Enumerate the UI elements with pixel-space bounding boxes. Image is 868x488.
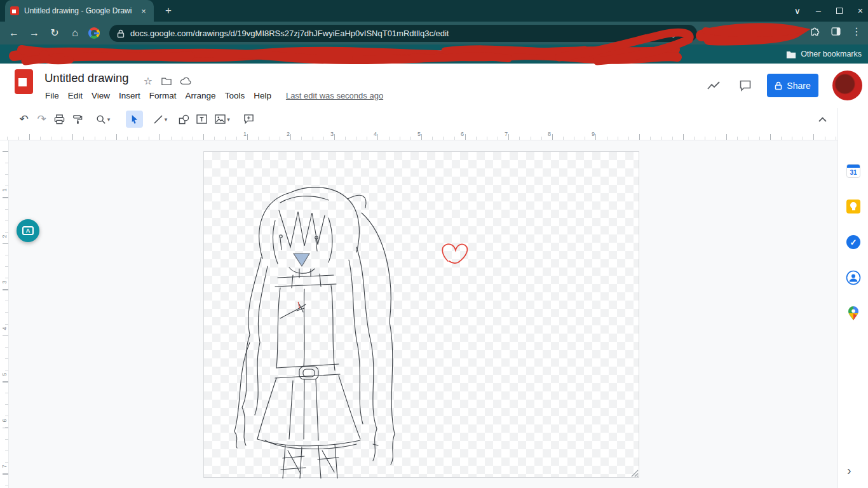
calendar-day-label: 31 (850, 168, 857, 177)
floating-accessibility-badge[interactable]: A (17, 219, 39, 242)
vruler-number: 6 (1, 416, 8, 425)
undo-button[interactable]: ↶ (15, 111, 32, 128)
side-panel-rail: 31 ✓ › (837, 108, 868, 488)
share-button-label: Share (787, 81, 810, 91)
drawings-favicon-icon (10, 6, 19, 15)
text-box-button[interactable] (193, 111, 210, 128)
canvas-resize-handle[interactable] (630, 469, 639, 477)
bookmark-star-icon[interactable]: ☆ (681, 28, 689, 39)
vruler-number: 1 (1, 186, 8, 194)
back-icon[interactable]: ← (6, 25, 22, 41)
window-chevron-icon[interactable]: ∨ (794, 6, 801, 16)
line-dropdown-icon: ▾ (165, 116, 168, 123)
menu-edit[interactable]: Edit (64, 89, 87, 102)
vertical-ruler: 1 2 3 4 5 6 7 (0, 140, 9, 488)
shape-tool-button[interactable] (175, 111, 193, 128)
extensions-puzzle-icon[interactable] (810, 26, 820, 37)
drawing-toolbar: ↶ ↷ ▾ ▾ (0, 108, 837, 130)
document-status-cloud-icon[interactable] (179, 74, 192, 87)
close-icon[interactable]: × (858, 6, 863, 16)
maps-app-icon[interactable] (845, 305, 862, 322)
paint-format-button[interactable] (69, 111, 86, 128)
insert-image-button[interactable]: ▾ (210, 111, 235, 128)
expand-side-panel-chevron-icon[interactable]: › (847, 463, 851, 478)
address-bar: ← → ↻ ⌂ docs.google.com/drawings/d/19vgM… (0, 22, 868, 44)
menu-tools[interactable]: Tools (220, 89, 250, 102)
screen: Untitled drawing - Google Drawi × + ∨ – … (0, 0, 868, 488)
share-page-icon[interactable] (666, 29, 675, 38)
insert-comment-button[interactable] (240, 111, 257, 128)
hruler-number: 5 (417, 131, 421, 137)
redo-button[interactable]: ↷ (33, 111, 50, 128)
folder-icon (786, 50, 796, 58)
other-bookmarks-button[interactable]: Other bookmarks (786, 48, 862, 60)
browser-menu-kebab-icon[interactable]: ⋮ (851, 25, 862, 37)
drawing-canvas[interactable] (203, 151, 639, 478)
bookmark-favicon-fragment[interactable] (436, 50, 443, 57)
url-text[interactable]: docs.google.com/drawings/d/19vgMI8RSs27z… (130, 29, 660, 38)
menu-view[interactable]: View (87, 89, 114, 102)
tab-title: Untitled drawing - Google Drawi (24, 6, 133, 15)
select-tool-button[interactable] (126, 111, 143, 128)
menu-arrange[interactable]: Arrange (181, 89, 220, 102)
zoom-tool[interactable]: ▾ (90, 111, 116, 128)
menu-format[interactable]: Format (145, 89, 181, 102)
share-button[interactable]: Share (767, 74, 818, 97)
menu-bar: File Edit View Insert Format Arrange Too… (41, 89, 383, 102)
refresh-icon[interactable]: ↻ (47, 25, 62, 41)
other-bookmarks-label: Other bookmarks (801, 50, 862, 58)
share-lock-icon (775, 81, 782, 90)
vruler-number: 2 (1, 232, 8, 241)
activity-trend-icon[interactable] (705, 78, 722, 94)
zoom-dropdown-icon: ▾ (107, 116, 111, 123)
vruler-number: 7 (1, 462, 8, 471)
contacts-app-icon[interactable] (845, 269, 862, 286)
last-edit-link[interactable]: Last edit was seconds ago (286, 91, 383, 100)
tasks-app-icon[interactable]: ✓ (845, 234, 862, 250)
lock-icon[interactable] (117, 29, 125, 38)
menu-insert[interactable]: Insert (114, 89, 145, 102)
hruler-number: 8 (548, 131, 551, 137)
move-to-folder-icon[interactable] (160, 74, 173, 87)
vruler-number: 4 (1, 324, 8, 333)
hruler-number: 3 (330, 131, 334, 137)
tab-close-icon[interactable]: × (139, 6, 149, 16)
new-tab-button[interactable]: + (161, 4, 175, 18)
hruler-number: 2 (287, 131, 290, 137)
doc-title[interactable]: Untitled drawing (44, 71, 129, 85)
browser-tab-strip: Untitled drawing - Google Drawi × + ∨ – … (0, 0, 868, 22)
menu-file[interactable]: File (41, 89, 64, 102)
bookmarks-bar: /5... Other bookmarks (0, 44, 868, 64)
vruler-number: 5 (1, 370, 8, 379)
calendar-app-icon[interactable]: 31 (845, 163, 862, 179)
hruler-number: 4 (374, 131, 377, 137)
comments-icon[interactable] (737, 78, 754, 94)
side-panel-icon[interactable] (831, 26, 841, 37)
minimize-icon[interactable]: – (816, 6, 821, 16)
bookmark-label-fragment[interactable]: /5... (660, 50, 671, 57)
hruler-number: 9 (592, 131, 595, 137)
line-tool[interactable]: ▾ (147, 111, 173, 128)
home-icon[interactable]: ⌂ (67, 25, 83, 41)
google-drawings-app: Untitled drawing ☆ File Edit View Insert… (0, 64, 868, 488)
menu-help[interactable]: Help (249, 89, 276, 102)
window-controls: ∨ – × (794, 0, 863, 22)
collapse-toolbar-chevron-icon[interactable] (815, 112, 830, 127)
maximize-icon[interactable] (836, 8, 843, 14)
star-doc-icon[interactable]: ☆ (142, 74, 154, 87)
browser-tab[interactable]: Untitled drawing - Google Drawi × (5, 0, 154, 22)
vruler-number: 3 (1, 278, 8, 287)
heart-doodle (442, 244, 467, 263)
drawings-logo-icon[interactable] (15, 69, 33, 94)
print-button[interactable] (51, 111, 68, 128)
google-g-icon[interactable] (88, 27, 100, 39)
hruler-number: 1 (243, 131, 247, 137)
hruler-number: 7 (505, 131, 508, 137)
horizontal-ruler: 1 2 3 4 5 6 7 8 9 (0, 130, 837, 140)
account-avatar[interactable] (832, 71, 862, 100)
omnibox[interactable]: docs.google.com/drawings/d/19vgMI8RSs27z… (109, 25, 697, 42)
address-bar-right: ⋮ (810, 25, 862, 37)
keep-app-icon[interactable] (845, 198, 862, 215)
doc-header: Untitled drawing ☆ File Edit View Insert… (0, 64, 868, 108)
forward-icon[interactable]: → (27, 25, 42, 41)
